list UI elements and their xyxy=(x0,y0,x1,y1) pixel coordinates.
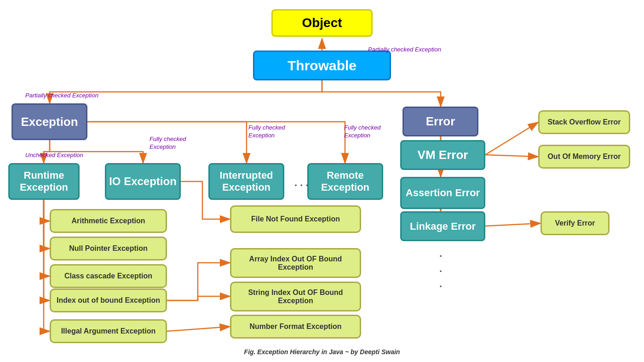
illegal-argument-exception-label: Illegal Argument Exception xyxy=(61,327,156,335)
vm-error-node: VM Error xyxy=(400,140,485,170)
object-node: Object xyxy=(271,9,373,37)
out-of-memory-error-node: Out Of Memory Error xyxy=(538,145,630,169)
unchecked-label: Unchecked Exception xyxy=(25,152,83,158)
verify-error-label: Verify Error xyxy=(555,219,595,227)
array-index-out-of-bound-exception-label: Array Index Out OF Bound Exception xyxy=(231,255,360,272)
partially-checked-label-2: Partially checked Exception xyxy=(25,92,98,99)
io-exception-node: IO Exception xyxy=(105,163,181,200)
string-index-out-of-bound-exception-node: String Index Out OF Bound Exception xyxy=(230,282,361,311)
array-index-out-of-bound-exception-node: Array Index Out OF Bound Exception xyxy=(230,248,361,278)
number-format-exception-label: Number Format Exception xyxy=(249,322,341,331)
number-format-exception-node: Number Format Exception xyxy=(230,315,361,339)
diagram-caption: Fig. Exception Hierarchy in Java ~ by De… xyxy=(230,348,414,356)
throwable-label: Throwable xyxy=(288,58,356,74)
vm-error-label: VM Error xyxy=(418,148,468,162)
fully-checked-label-3: Fully checked Exception xyxy=(344,124,385,140)
dots-separator: . . . xyxy=(294,177,309,189)
linkage-error-node: Linkage Error xyxy=(400,211,485,241)
file-not-found-exception-node: File Not Found Exception xyxy=(230,205,361,233)
verify-error-node: Verify Error xyxy=(540,211,610,235)
remote-exception-label: Remote Exception xyxy=(309,170,382,193)
stack-overflow-error-label: Stack Overflow Error xyxy=(547,118,621,126)
index-out-of-bound-exception-label: Index out of bound Exception xyxy=(57,296,160,305)
null-pointer-exception-node: Null Pointer Exception xyxy=(50,237,167,260)
class-cascade-exception-label: Class cascade Exception xyxy=(64,272,152,280)
arithmetic-exception-node: Arithmetic Exception xyxy=(50,209,167,233)
class-cascade-exception-node: Class cascade Exception xyxy=(50,264,167,288)
runtime-exception-label: Runtime Exception xyxy=(10,170,78,193)
error-label: Error xyxy=(426,114,455,129)
io-exception-label: IO Exception xyxy=(109,175,177,188)
diagram: Object Throwable Exception Error Runtime… xyxy=(0,0,644,362)
null-pointer-exception-label: Null Pointer Exception xyxy=(69,244,148,253)
svg-line-7 xyxy=(167,327,230,331)
exception-label: Exception xyxy=(21,115,78,129)
svg-line-5 xyxy=(485,155,538,157)
linkage-error-label: Linkage Error xyxy=(410,221,476,232)
throwable-node: Throwable xyxy=(253,51,391,80)
arithmetic-exception-label: Arithmetic Exception xyxy=(71,217,145,225)
interrupted-exception-node: Interrupted Exception xyxy=(208,163,284,200)
svg-line-6 xyxy=(485,223,540,226)
remote-exception-node: Remote Exception xyxy=(307,163,383,200)
assertion-error-node: Assertion Error xyxy=(400,177,485,209)
fully-checked-label-2: Fully checked Exception xyxy=(248,124,290,140)
runtime-exception-node: Runtime Exception xyxy=(8,163,80,200)
out-of-memory-error-label: Out Of Memory Error xyxy=(547,153,621,161)
partially-checked-label-1: Partially checked Exception xyxy=(368,46,441,53)
stack-overflow-error-node: Stack Overflow Error xyxy=(538,110,630,134)
linkage-dots: ... xyxy=(439,246,442,291)
object-label: Object xyxy=(302,16,342,30)
exception-node: Exception xyxy=(12,103,87,140)
file-not-found-exception-label: File Not Found Exception xyxy=(251,215,340,223)
svg-line-4 xyxy=(485,122,538,155)
illegal-argument-exception-node: Illegal Argument Exception xyxy=(50,319,167,343)
assertion-error-label: Assertion Error xyxy=(406,187,480,199)
fully-checked-label-1: Fully checked Exception xyxy=(150,136,196,151)
string-index-out-of-bound-exception-label: String Index Out OF Bound Exception xyxy=(231,288,360,305)
index-out-of-bound-exception-node: Index out of bound Exception xyxy=(50,288,167,312)
error-node: Error xyxy=(402,107,478,136)
interrupted-exception-label: Interrupted Exception xyxy=(210,170,283,193)
